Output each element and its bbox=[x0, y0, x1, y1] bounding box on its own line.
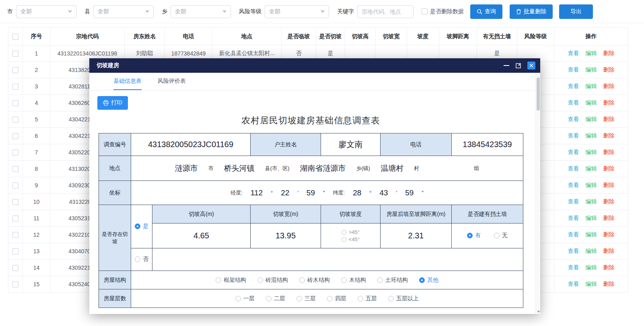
edit-link[interactable]: 编辑 bbox=[586, 116, 597, 122]
tab-basic-info[interactable]: 基础信息表 bbox=[113, 73, 142, 90]
deleted-data-checkbox-group: 是否删除数据 bbox=[422, 8, 464, 15]
row-checkbox[interactable] bbox=[12, 51, 19, 57]
modal-header[interactable]: 切坡建房 bbox=[89, 58, 540, 73]
delete-link[interactable]: 删除 bbox=[603, 132, 615, 139]
row-checkbox[interactable] bbox=[12, 84, 19, 90]
view-link[interactable]: 查看 bbox=[568, 264, 579, 271]
delete-link[interactable]: 删除 bbox=[603, 66, 615, 73]
select-all-checkbox[interactable] bbox=[12, 34, 19, 40]
city-select[interactable]: 全部 bbox=[16, 5, 76, 18]
edit-link[interactable]: 编辑 bbox=[586, 50, 597, 56]
row-checkbox[interactable] bbox=[12, 150, 19, 156]
row-checkbox[interactable] bbox=[12, 117, 19, 123]
deleted-data-checkbox[interactable] bbox=[422, 8, 428, 14]
delete-link[interactable]: 删除 bbox=[603, 231, 615, 238]
view-link[interactable]: 查看 bbox=[568, 50, 579, 56]
floors-2-radio[interactable]: 二层 bbox=[266, 295, 285, 302]
edit-link[interactable]: 编辑 bbox=[586, 83, 597, 89]
delete-link[interactable]: 删除 bbox=[603, 215, 615, 221]
edit-link[interactable]: 编辑 bbox=[586, 248, 597, 254]
edit-link[interactable]: 编辑 bbox=[586, 215, 597, 221]
cell-no: 10 bbox=[23, 194, 50, 210]
close-icon[interactable] bbox=[527, 62, 535, 70]
edit-link[interactable]: 编辑 bbox=[586, 165, 597, 172]
floors-5-radio[interactable]: 五层 bbox=[358, 295, 377, 302]
floors-1-radio[interactable]: 一层 bbox=[235, 295, 255, 302]
edit-link[interactable]: 编辑 bbox=[586, 198, 597, 205]
view-link[interactable]: 查看 bbox=[568, 99, 579, 106]
delete-link[interactable]: 删除 bbox=[603, 83, 615, 89]
edit-link[interactable]: 编辑 bbox=[586, 149, 597, 155]
edit-link[interactable]: 编辑 bbox=[586, 264, 597, 271]
delete-link[interactable]: 删除 bbox=[603, 264, 615, 271]
keyword-input[interactable] bbox=[357, 5, 414, 18]
delete-link[interactable]: 删除 bbox=[603, 50, 615, 56]
row-checkbox[interactable] bbox=[12, 199, 19, 205]
county-select[interactable]: 全部 bbox=[93, 5, 154, 18]
scrollbar-thumb[interactable] bbox=[537, 78, 540, 111]
wall-yes-radio[interactable]: 有 bbox=[467, 232, 481, 239]
view-link[interactable]: 查看 bbox=[568, 116, 579, 122]
structure-other-radio[interactable]: 其他 bbox=[419, 277, 438, 284]
export-button[interactable]: 导出 bbox=[559, 4, 593, 19]
township-select[interactable]: 全部 bbox=[171, 5, 231, 18]
view-link[interactable]: 查看 bbox=[568, 149, 579, 155]
structure-frame-radio[interactable]: 框架结构 bbox=[216, 277, 246, 284]
tab-risk-evaluation[interactable]: 风险评价表 bbox=[158, 73, 186, 90]
floors-3-radio[interactable]: 三层 bbox=[296, 295, 316, 302]
delete-link[interactable]: 删除 bbox=[603, 182, 615, 188]
query-button[interactable]: 查询 bbox=[470, 4, 502, 19]
structure-wood-radio[interactable]: 木结构 bbox=[341, 277, 366, 284]
view-link[interactable]: 查看 bbox=[568, 83, 579, 89]
view-link[interactable]: 查看 bbox=[568, 231, 579, 238]
row-checkbox[interactable] bbox=[12, 265, 19, 271]
wall-no-radio[interactable]: 无 bbox=[494, 232, 508, 239]
scroll-down-arrow-icon[interactable] bbox=[537, 311, 540, 313]
row-checkbox[interactable] bbox=[12, 166, 19, 172]
row-checkbox[interactable] bbox=[12, 281, 19, 287]
floors-4-radio[interactable]: 四层 bbox=[327, 295, 346, 302]
view-link[interactable]: 查看 bbox=[568, 165, 579, 172]
structure-brick-wood-radio[interactable]: 砖木结构 bbox=[299, 277, 330, 284]
row-checkbox[interactable] bbox=[12, 100, 19, 106]
delete-link[interactable]: 删除 bbox=[603, 116, 615, 122]
row-checkbox[interactable] bbox=[12, 215, 19, 221]
row-checkbox[interactable] bbox=[12, 67, 19, 73]
slope-lt45-radio[interactable]: <45° bbox=[342, 236, 360, 242]
delete-link[interactable]: 删除 bbox=[603, 165, 615, 172]
view-link[interactable]: 查看 bbox=[568, 215, 579, 221]
structure-brick-concrete-radio[interactable]: 砖混结构 bbox=[257, 277, 288, 284]
view-link[interactable]: 查看 bbox=[568, 132, 579, 139]
delete-link[interactable]: 删除 bbox=[603, 281, 615, 287]
floors-5plus-radio[interactable]: 五层以上 bbox=[388, 295, 419, 302]
edit-link[interactable]: 编辑 bbox=[586, 231, 597, 238]
edit-link[interactable]: 编辑 bbox=[586, 99, 597, 106]
edit-link[interactable]: 编辑 bbox=[586, 132, 597, 139]
row-checkbox[interactable] bbox=[12, 232, 19, 238]
risk-level-select[interactable]: 全部 bbox=[265, 5, 329, 18]
row-checkbox[interactable] bbox=[12, 182, 19, 189]
delete-link[interactable]: 删除 bbox=[603, 149, 615, 155]
slope-gt45-radio[interactable]: >45° bbox=[342, 229, 360, 235]
view-link[interactable]: 查看 bbox=[568, 66, 579, 73]
structure-adobe-radio[interactable]: 土坯结构 bbox=[377, 277, 408, 284]
maximize-icon[interactable] bbox=[516, 63, 521, 68]
delete-link[interactable]: 删除 bbox=[603, 198, 615, 205]
edit-link[interactable]: 编辑 bbox=[586, 281, 597, 287]
edit-link[interactable]: 编辑 bbox=[586, 182, 597, 188]
delete-link[interactable]: 删除 bbox=[603, 248, 615, 254]
view-link[interactable]: 查看 bbox=[568, 248, 579, 254]
row-checkbox[interactable] bbox=[12, 248, 19, 254]
view-link[interactable]: 查看 bbox=[568, 182, 579, 188]
view-link[interactable]: 查看 bbox=[568, 281, 579, 287]
cut-slope-yes-radio[interactable]: 是 bbox=[135, 223, 148, 230]
edit-link[interactable]: 编辑 bbox=[586, 66, 597, 73]
minimize-icon[interactable] bbox=[504, 65, 509, 66]
modal-scrollbar[interactable] bbox=[535, 73, 540, 314]
view-link[interactable]: 查看 bbox=[568, 198, 579, 205]
delete-link[interactable]: 删除 bbox=[603, 99, 615, 106]
print-button[interactable]: 打印 bbox=[97, 96, 128, 110]
cut-slope-no-radio[interactable]: 否 bbox=[135, 256, 148, 263]
batch-delete-button[interactable]: 批量删除 bbox=[510, 4, 553, 19]
row-checkbox[interactable] bbox=[12, 133, 19, 139]
